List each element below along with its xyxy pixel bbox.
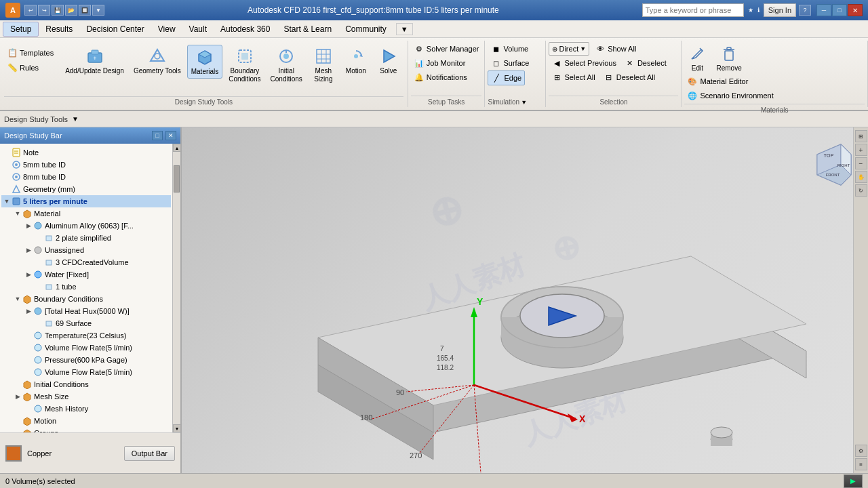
toolbar-icon-2[interactable]: ↪ (38, 5, 50, 16)
tree-groups[interactable]: ▶ Groups (1, 427, 171, 432)
minimize-button[interactable]: ─ (816, 4, 831, 16)
materials-button[interactable]: Materials (187, 45, 223, 79)
zoom-fit-button[interactable]: ⊞ (855, 130, 867, 142)
tree-5mm-tube[interactable]: ▶ 5mm tube ID (1, 159, 171, 171)
geometry-tools-button[interactable]: Geometry Tools (130, 45, 184, 77)
aluminum-expand[interactable]: ▶ (24, 222, 33, 230)
job-monitor-button[interactable]: 📊 Job Monitor (411, 56, 468, 70)
scroll-thumb[interactable] (174, 165, 180, 192)
tree-1tube[interactable]: ▶ 1 tube (1, 281, 171, 293)
simulation-dropdown[interactable]: Simulation ▼ (488, 98, 542, 106)
tree-scrollbar[interactable]: ▲ ▼ (172, 144, 180, 432)
tree-volume-flow2[interactable]: ▶ Volume Flow Rate(5 l/min) (1, 366, 171, 378)
dstools-arrow[interactable]: ▼ (72, 115, 79, 123)
water-expand[interactable]: ▶ (24, 270, 33, 279)
unassigned-expand[interactable]: ▶ (24, 246, 33, 254)
toolbar-icon-5[interactable]: 🔲 (79, 5, 91, 16)
viewport[interactable]: 人人素材 人人素材 ⊕ ⊕ ⊕ ⊕ (182, 127, 868, 473)
tree-initial[interactable]: ▶ Initial Conditions (1, 378, 171, 390)
mesh-sizing-button[interactable]: MeshSizing (309, 45, 338, 85)
play-button[interactable]: ▶ (844, 474, 863, 488)
material-editor-button[interactable]: 🎨 Material Editor (684, 75, 751, 88)
add-update-button[interactable]: + Add/Update Design (62, 45, 127, 77)
toolbar-icon-6[interactable]: ▼ (92, 5, 104, 16)
toolbar-icon-3[interactable]: 💾 (52, 5, 64, 16)
motion-button[interactable]: Motion (341, 45, 371, 77)
3d-nav-cube[interactable]: TOP RIGHT FRONT (807, 141, 854, 188)
toolbar-icon-4[interactable]: 📂 (65, 5, 77, 16)
layers-button[interactable]: ≡ (855, 458, 867, 470)
direct-dropdown[interactable]: ⊕ Direct ▼ (549, 42, 589, 56)
material-expand[interactable]: ▼ (14, 209, 22, 218)
help-icon[interactable]: ? (799, 5, 811, 16)
settings-button[interactable]: ⚙ (855, 445, 867, 457)
solver-manager-button[interactable]: ⚙ Solver Manager (411, 42, 482, 56)
solve-button[interactable]: Solve (374, 45, 403, 77)
menu-autodesk360[interactable]: Autodesk 360 (214, 22, 277, 36)
tree-volume-flow1[interactable]: ▶ Volume Flow Rate(5 l/min) (1, 342, 171, 354)
rules-button[interactable]: 📏 Rules (4, 61, 56, 75)
edge-button[interactable]: ╱ Edge (488, 70, 525, 85)
panel-restore-button[interactable]: □ (152, 131, 163, 140)
tree-mesh-size[interactable]: ▶ Mesh Size (1, 390, 171, 403)
info-icon[interactable]: ℹ (756, 5, 761, 15)
close-button[interactable]: ✕ (848, 4, 863, 16)
surface-button[interactable]: ◻ Surface (488, 56, 532, 70)
maximize-button[interactable]: □ (832, 4, 847, 16)
tree-2plate[interactable]: ▶ 2 plate simplified (1, 232, 171, 244)
menu-setup[interactable]: Setup (3, 22, 39, 37)
menu-start-learn[interactable]: Start & Learn (277, 22, 338, 36)
boundary-conditions-button[interactable]: BoundaryConditions (225, 45, 264, 85)
tree-temperature[interactable]: ▶ Temperature(23 Celsius) (1, 329, 171, 342)
boundary-expand[interactable]: ▼ (14, 295, 22, 303)
deselect-button[interactable]: ✕ Deselect (622, 56, 669, 70)
output-bar-button[interactable]: Output Bar (124, 446, 175, 461)
show-all-button[interactable]: 👁 Show All (592, 42, 639, 56)
tree-note[interactable]: ▶ Note (1, 146, 171, 159)
scenario-environment-button[interactable]: 🌐 Scenario Environment (684, 89, 776, 102)
menu-community[interactable]: Community (338, 22, 393, 36)
tree-boundary[interactable]: ▼ Boundary Conditions (1, 293, 171, 305)
deselect-all-button[interactable]: ⊟ Deselect All (601, 70, 658, 84)
volume-button[interactable]: ◼ Volume (488, 42, 531, 56)
tree-water[interactable]: ▶ Water [Fixed] (1, 268, 171, 281)
menu-more[interactable]: ▼ (396, 23, 413, 35)
scroll-up-button[interactable]: ▲ (173, 144, 180, 152)
notifications-button[interactable]: 🔔 Notifications (411, 70, 470, 84)
tree-aluminum[interactable]: ▶ Aluminum Alloy (6063) [F... (1, 220, 171, 232)
tree-motion[interactable]: ▶ Motion (1, 415, 171, 427)
tree-geometry[interactable]: ▶ Geometry (mm) (1, 183, 171, 195)
templates-button[interactable]: 📋 Templates (4, 46, 56, 60)
tree-total-heat[interactable]: ▶ [Total Heat Flux(5000 W)] (1, 305, 171, 317)
favorites-icon[interactable]: ★ (747, 5, 755, 15)
scroll-down-button[interactable]: ▼ (173, 424, 180, 432)
tree-mesh-history[interactable]: ▶ Mesh History (1, 403, 171, 415)
select-previous-button[interactable]: ◀ Select Previous (549, 56, 618, 70)
menu-results[interactable]: Results (39, 22, 79, 36)
tree-pressure[interactable]: ▶ Pressure(600 kPa Gage) (1, 354, 171, 366)
tree-unassigned[interactable]: ▶ Unassigned (1, 244, 171, 256)
tree-3cfd[interactable]: ▶ 3 CFDCreatedVolume (1, 256, 171, 268)
select-all-button[interactable]: ⊞ Select All (549, 70, 597, 84)
zoom-in-button[interactable]: + (855, 144, 867, 156)
tree-69surface[interactable]: ▶ 69 Surface (1, 317, 171, 329)
zoom-out-button[interactable]: − (855, 157, 867, 169)
menu-vault[interactable]: Vault (182, 22, 214, 36)
5liters-expand[interactable]: ▼ (3, 197, 11, 205)
mesh-size-expand[interactable]: ▶ (14, 392, 22, 401)
toolbar-icon-1[interactable]: ↩ (24, 5, 37, 16)
menu-view[interactable]: View (151, 22, 182, 36)
total-heat-expand[interactable]: ▶ (24, 307, 33, 315)
edit-button[interactable]: Edit (684, 42, 710, 74)
tree-8mm-tube[interactable]: ▶ 8mm tube ID (1, 171, 171, 183)
pan-button[interactable]: ✋ (855, 171, 867, 183)
initial-conditions-button[interactable]: InitialConditions (267, 45, 306, 85)
remove-button[interactable]: Remove (713, 42, 745, 74)
tree-5liters[interactable]: ▼ 5 liters per minute (1, 195, 171, 207)
search-input[interactable] (642, 3, 744, 17)
rotate-button[interactable]: ↻ (855, 184, 867, 197)
menu-decision-center[interactable]: Decision Center (79, 22, 151, 36)
panel-close-button[interactable]: ✕ (165, 131, 176, 140)
tree-material[interactable]: ▼ Material (1, 207, 171, 220)
sign-in-button[interactable]: Sign In (764, 3, 796, 17)
